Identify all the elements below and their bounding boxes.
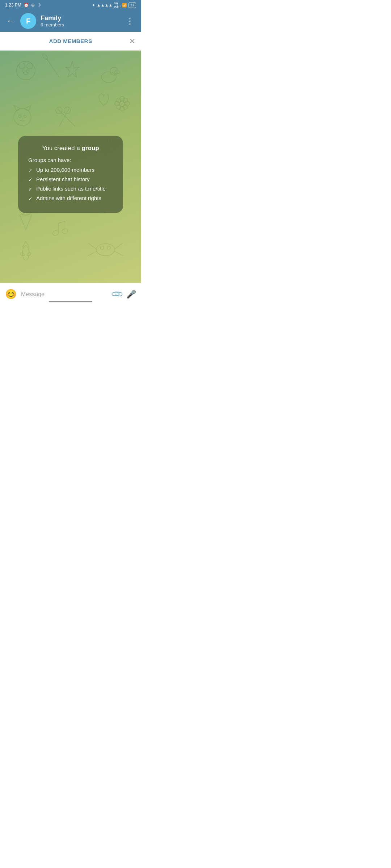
attach-button[interactable]: 📎 xyxy=(110,288,124,301)
header-info: Family 6 members xyxy=(41,14,120,27)
status-bar: 1:23 PM ⏰ ⊛ ☽ ✦ ▲▲▲▲ VoWiFi 📶 77 xyxy=(0,0,141,10)
svg-point-2 xyxy=(27,63,33,69)
check-icon-2: ✓ xyxy=(28,177,33,183)
mic-button[interactable]: 🎤 xyxy=(126,290,136,299)
svg-point-27 xyxy=(64,107,71,114)
svg-point-14 xyxy=(120,106,125,111)
list-item-text-2: Persistent chat history xyxy=(36,176,90,182)
member-count: 6 members xyxy=(41,22,120,27)
svg-point-61 xyxy=(20,252,25,256)
chat-header: ← F Family 6 members ⋮ xyxy=(0,10,141,32)
svg-point-59 xyxy=(22,246,29,260)
svg-point-1 xyxy=(19,63,25,69)
signal-icon: ▲▲▲▲ xyxy=(97,3,113,7)
svg-marker-8 xyxy=(66,61,79,77)
svg-point-55 xyxy=(61,228,68,234)
svg-point-9 xyxy=(101,72,116,82)
check-icon-1: ✓ xyxy=(28,167,33,173)
list-item: ✓ Persistent chat history xyxy=(28,176,113,183)
more-button[interactable]: ⋮ xyxy=(124,14,136,27)
group-name: Family xyxy=(41,14,120,22)
svg-point-63 xyxy=(96,244,115,256)
check-icon-4: ✓ xyxy=(28,196,33,201)
whatsapp-icon: ⊛ xyxy=(31,3,35,8)
battery-icon: 77 xyxy=(129,3,136,8)
svg-point-10 xyxy=(110,67,118,75)
svg-point-18 xyxy=(123,98,128,103)
svg-point-12 xyxy=(119,101,125,106)
svg-point-13 xyxy=(120,97,125,101)
svg-marker-23 xyxy=(25,105,31,111)
svg-point-25 xyxy=(24,115,26,118)
svg-marker-60 xyxy=(22,241,29,247)
message-input[interactable] xyxy=(21,291,108,298)
list-item: ✓ Up to 200,000 members xyxy=(28,167,113,173)
svg-point-21 xyxy=(14,109,31,126)
svg-line-28 xyxy=(57,109,75,127)
svg-point-3 xyxy=(22,70,25,72)
svg-point-15 xyxy=(115,101,119,106)
svg-point-17 xyxy=(117,98,121,103)
list-item: ✓ Admins with different rights xyxy=(28,195,113,201)
svg-line-53 xyxy=(59,221,65,223)
svg-point-26 xyxy=(56,107,62,114)
close-button[interactable]: ✕ xyxy=(129,37,135,46)
svg-point-19 xyxy=(117,105,121,109)
add-members-bar: ADD MEMBERS ✕ xyxy=(0,32,141,51)
svg-marker-46 xyxy=(20,215,32,230)
svg-line-64 xyxy=(88,243,96,249)
wifi-icon: 📶 xyxy=(122,3,127,8)
status-left: 1:23 PM ⏰ ⊛ ☽ xyxy=(5,3,41,8)
list-item-text-4: Admins with different rights xyxy=(36,195,101,201)
svg-point-16 xyxy=(125,101,129,106)
svg-line-29 xyxy=(59,109,69,127)
add-members-label[interactable]: ADD MEMBERS xyxy=(49,38,92,44)
info-card-title: You created a group xyxy=(28,145,113,152)
check-icon-3: ✓ xyxy=(28,186,33,192)
bluetooth-icon: ✦ xyxy=(92,3,95,8)
svg-point-69 xyxy=(107,246,110,249)
chat-area: You created a group Groups can have: ✓ U… xyxy=(0,51,141,283)
svg-point-4 xyxy=(26,70,29,72)
emoji-button[interactable]: 😊 xyxy=(5,289,17,300)
svg-point-62 xyxy=(27,252,31,256)
moon-icon: ☽ xyxy=(37,3,41,8)
list-item-text-3: Public links such as t.me/title xyxy=(36,186,106,192)
list-item-text-1: Up to 200,000 members xyxy=(36,167,94,173)
group-avatar: F xyxy=(20,13,36,29)
svg-line-65 xyxy=(88,251,96,256)
svg-point-24 xyxy=(18,115,21,118)
svg-line-67 xyxy=(115,251,123,256)
svg-point-0 xyxy=(17,61,35,80)
svg-point-11 xyxy=(114,71,120,73)
status-time: 1:23 PM xyxy=(5,3,21,8)
info-card: You created a group Groups can have: ✓ U… xyxy=(18,136,123,213)
alarm-icon: ⏰ xyxy=(24,3,29,8)
status-right: ✦ ▲▲▲▲ VoWiFi 📶 77 xyxy=(92,1,136,9)
svg-point-5 xyxy=(24,72,28,75)
vo-wifi-label: VoWiFi xyxy=(114,1,121,9)
svg-point-20 xyxy=(123,105,128,109)
svg-point-7 xyxy=(42,53,49,60)
svg-line-66 xyxy=(115,243,123,249)
info-card-subtitle: Groups can have: xyxy=(28,157,113,163)
svg-line-6 xyxy=(46,57,59,77)
home-indicator xyxy=(49,301,92,302)
svg-point-51 xyxy=(52,230,59,237)
list-item: ✓ Public links such as t.me/title xyxy=(28,186,113,192)
back-button[interactable]: ← xyxy=(5,15,16,27)
svg-marker-22 xyxy=(14,105,20,111)
svg-point-68 xyxy=(101,246,104,249)
